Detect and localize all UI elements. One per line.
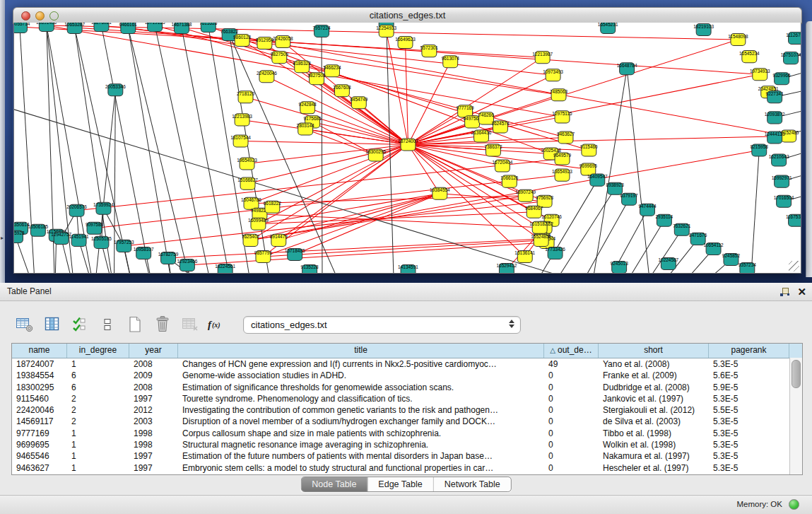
network-edge[interactable] [258, 212, 534, 224]
network-node[interactable]: 10719155 [145, 23, 165, 32]
network-node[interactable]: 14134591 [398, 264, 418, 273]
network-node[interactable]: 11451941 [69, 234, 89, 246]
new-column-button[interactable] [124, 315, 146, 334]
network-edge[interactable] [128, 28, 173, 273]
tab-node-table[interactable]: Node Table [301, 477, 367, 491]
network-node[interactable]: 6379197 [620, 193, 639, 205]
network-edge[interactable] [387, 23, 394, 273]
network-node[interactable]: 12213983 [232, 114, 252, 126]
table-row[interactable]: 911546021997Tourette syndrome. Phenomeno… [12, 393, 802, 404]
network-node[interactable]: 9827509 [271, 52, 289, 64]
close-panel-icon[interactable]: ✕ [797, 286, 806, 297]
column-header-out_de[interactable]: △out_de… [544, 344, 599, 358]
table-row[interactable]: 1938455462009Genome-wide association stu… [12, 370, 802, 381]
close-window-button[interactable] [21, 11, 30, 21]
network-node[interactable]: 9857791 [254, 250, 273, 262]
network-edge[interactable] [408, 136, 789, 144]
network-node[interactable]: 10654112 [703, 243, 724, 255]
network-node[interactable]: 13506185 [28, 224, 48, 236]
delete-column-button[interactable] [152, 315, 173, 334]
network-node[interactable]: 17733426 [545, 247, 565, 259]
network-node[interactable]: 18300295 [365, 149, 386, 161]
network-edge[interactable] [549, 189, 616, 273]
network-edge[interactable] [241, 141, 408, 144]
network-node[interactable]: 19654923 [237, 158, 257, 170]
network-edge[interactable] [322, 31, 322, 273]
network-node[interactable]: 9245013 [611, 261, 629, 273]
network-node[interactable]: 8914479 [270, 234, 288, 246]
network-node[interactable]: 20053346 [105, 84, 126, 96]
network-node[interactable]: 5572301 [420, 45, 439, 57]
network-node[interactable]: 16649623 [395, 37, 416, 49]
network-node[interactable]: 12254933 [376, 25, 396, 37]
network-node[interactable]: 1066126 [500, 175, 519, 187]
network-node[interactable]: 13654923 [552, 169, 572, 181]
network-node[interactable]: 7625402 [242, 234, 260, 246]
network-node[interactable]: 9245852 [722, 253, 741, 265]
network-edge[interactable] [278, 144, 408, 240]
network-node[interactable]: 3624574 [491, 121, 510, 133]
tab-network-table[interactable]: Network Table [433, 477, 511, 491]
network-node[interactable]: 17359924 [93, 202, 114, 214]
network-node[interactable]: 9474444 [638, 204, 657, 216]
table-row[interactable]: 1830029562008Estimation of significance … [12, 382, 802, 393]
network-node[interactable]: 9684067 [525, 206, 543, 218]
network-node[interactable]: 2667608 [333, 85, 351, 97]
network-node[interactable]: 9242848 [299, 102, 317, 114]
row-select-button[interactable] [69, 315, 90, 334]
network-node[interactable]: 16151827 [529, 221, 550, 233]
network-node[interactable]: 15751074 [781, 52, 801, 64]
network-node[interactable]: 18219103 [693, 23, 714, 35]
network-node[interactable]: 12093872 [765, 112, 785, 124]
network-edge[interactable] [627, 69, 651, 273]
network-node[interactable]: 9329966 [773, 73, 792, 85]
network-edge[interactable] [124, 201, 544, 246]
network-node[interactable]: 16409547 [587, 174, 608, 186]
table-selector-dropdown[interactable]: citations_edges.txt [243, 316, 521, 334]
window-resize-grip[interactable] [789, 261, 799, 271]
network-node[interactable]: 16210643 [769, 154, 789, 166]
network-node[interactable]: 19734933 [750, 69, 770, 81]
network-edge[interactable] [182, 28, 233, 273]
table-vertical-scrollbar[interactable] [789, 358, 802, 474]
network-node[interactable]: 18224561 [215, 264, 235, 273]
column-header-year[interactable]: year [129, 344, 178, 358]
network-edge[interactable] [263, 194, 440, 257]
network-node[interactable]: 7632621 [673, 223, 691, 235]
table-row[interactable]: 946554611997Estimation of the future num… [12, 450, 802, 462]
network-node[interactable]: 15166827 [237, 177, 258, 189]
panel-collapse-arrow-icon[interactable]: ▸ [1, 235, 4, 241]
network-edge[interactable] [258, 144, 408, 223]
network-node[interactable]: 9097588 [86, 222, 104, 234]
network-node[interactable]: 8912954 [256, 37, 274, 49]
column-header-short[interactable]: short [599, 344, 709, 358]
network-node[interactable]: 16529412 [496, 263, 517, 273]
network-node[interactable]: 21364436 [471, 130, 492, 142]
network-node[interactable]: 19384554 [430, 187, 450, 199]
tab-edge-table[interactable]: Edge Table [367, 477, 433, 491]
network-node[interactable]: 7386372 [484, 144, 502, 156]
network-node[interactable]: 9649579 [553, 153, 572, 165]
network-node[interactable]: 9115460 [580, 144, 598, 156]
network-node[interactable]: 15992971 [772, 175, 792, 187]
network-node[interactable]: 7615526 [199, 23, 218, 33]
network-node[interactable]: 16782759 [158, 252, 179, 264]
network-node[interactable]: 15136141 [514, 250, 535, 262]
delete-table-button[interactable] [180, 315, 201, 334]
zoom-window-button[interactable] [49, 11, 59, 21]
network-node[interactable]: 16545234 [739, 51, 760, 63]
network-edge[interactable] [114, 90, 115, 273]
network-edge[interactable] [591, 69, 627, 273]
column-visibility-button[interactable] [42, 315, 63, 334]
network-node[interactable]: 12975115 [552, 111, 572, 123]
network-node[interactable]: 11126758 [786, 33, 801, 45]
column-header-pagerank[interactable]: pagerank [709, 344, 789, 358]
network-node[interactable]: 17016504 [774, 195, 794, 207]
table-row[interactable]: 1872400712008Changes of HCN gene express… [12, 358, 802, 370]
network-node[interactable]: 18724007 [398, 139, 418, 151]
column-header-name[interactable]: name [12, 344, 67, 358]
network-edge[interactable] [408, 144, 539, 227]
network-node[interactable]: 2935114 [656, 214, 673, 226]
network-node[interactable]: 9860128 [233, 35, 252, 47]
memory-status-indicator[interactable] [789, 499, 799, 510]
